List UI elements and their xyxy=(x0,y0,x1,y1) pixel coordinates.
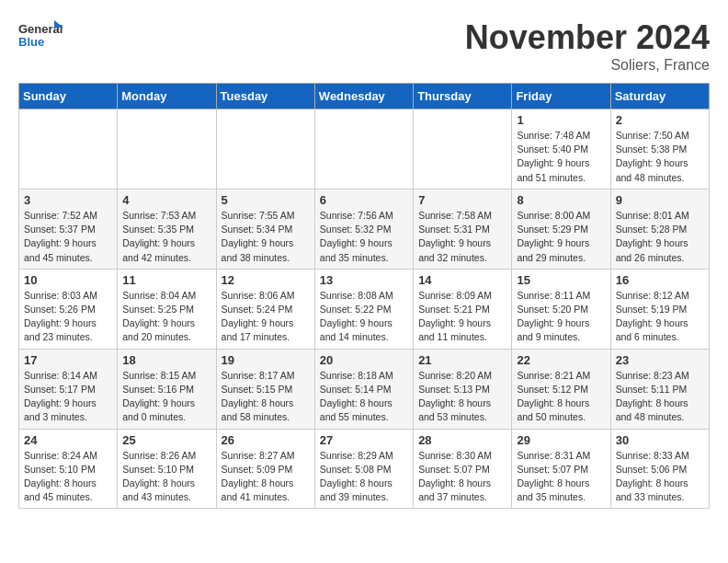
calendar-cell: 30Sunrise: 8:33 AMSunset: 5:06 PMDayligh… xyxy=(610,429,709,509)
day-info: Sunrise: 8:20 AMSunset: 5:13 PMDaylight:… xyxy=(418,369,506,425)
day-info: Sunrise: 7:55 AMSunset: 5:34 PMDaylight:… xyxy=(222,209,310,265)
day-info: Sunrise: 8:15 AMSunset: 5:16 PMDaylight:… xyxy=(122,369,210,425)
calendar-day-header: Wednesday xyxy=(314,84,413,109)
day-number: 8 xyxy=(517,193,605,207)
calendar-cell: 1Sunrise: 7:48 AMSunset: 5:40 PMDaylight… xyxy=(512,109,610,190)
day-info: Sunrise: 8:23 AMSunset: 5:11 PMDaylight:… xyxy=(616,369,704,425)
day-info: Sunrise: 7:58 AMSunset: 5:31 PMDaylight:… xyxy=(418,209,506,265)
calendar-cell: 17Sunrise: 8:14 AMSunset: 5:17 PMDayligh… xyxy=(19,349,118,429)
day-number: 4 xyxy=(122,193,210,207)
day-number: 29 xyxy=(517,433,605,447)
calendar-table: SundayMondayTuesdayWednesdayThursdayFrid… xyxy=(18,83,710,509)
calendar-cell: 25Sunrise: 8:26 AMSunset: 5:10 PMDayligh… xyxy=(118,429,216,509)
calendar-cell: 3Sunrise: 7:52 AMSunset: 5:37 PMDaylight… xyxy=(19,189,118,269)
logo-svg: General Blue xyxy=(18,18,64,57)
calendar-cell: 14Sunrise: 8:09 AMSunset: 5:21 PMDayligh… xyxy=(414,269,512,349)
day-number: 9 xyxy=(616,193,704,207)
day-info: Sunrise: 8:12 AMSunset: 5:19 PMDaylight:… xyxy=(616,289,704,345)
calendar-cell: 19Sunrise: 8:17 AMSunset: 5:15 PMDayligh… xyxy=(216,349,314,429)
header: General Blue November 2024 Soliers, Fran… xyxy=(18,18,710,74)
day-number: 25 xyxy=(122,433,210,447)
day-info: Sunrise: 7:52 AMSunset: 5:37 PMDaylight:… xyxy=(24,209,112,265)
day-info: Sunrise: 8:24 AMSunset: 5:10 PMDaylight:… xyxy=(24,449,112,505)
calendar-cell: 12Sunrise: 8:06 AMSunset: 5:24 PMDayligh… xyxy=(216,269,314,349)
day-info: Sunrise: 8:29 AMSunset: 5:08 PMDaylight:… xyxy=(320,449,408,505)
calendar-cell: 27Sunrise: 8:29 AMSunset: 5:08 PMDayligh… xyxy=(314,429,413,509)
svg-text:Blue: Blue xyxy=(18,35,44,49)
day-info: Sunrise: 7:50 AMSunset: 5:38 PMDaylight:… xyxy=(616,129,704,185)
day-info: Sunrise: 8:04 AMSunset: 5:25 PMDaylight:… xyxy=(122,289,210,345)
day-info: Sunrise: 8:08 AMSunset: 5:22 PMDaylight:… xyxy=(320,289,408,345)
day-info: Sunrise: 8:26 AMSunset: 5:10 PMDaylight:… xyxy=(122,449,210,505)
day-number: 28 xyxy=(418,433,506,447)
month-title: November 2024 xyxy=(465,18,710,57)
calendar-cell: 5Sunrise: 7:55 AMSunset: 5:34 PMDaylight… xyxy=(216,189,314,269)
calendar-cell: 8Sunrise: 8:00 AMSunset: 5:29 PMDaylight… xyxy=(512,189,610,269)
calendar-cell: 16Sunrise: 8:12 AMSunset: 5:19 PMDayligh… xyxy=(610,269,709,349)
day-info: Sunrise: 8:14 AMSunset: 5:17 PMDaylight:… xyxy=(24,369,112,425)
logo: General Blue xyxy=(18,18,64,57)
day-number: 23 xyxy=(616,353,704,367)
title-area: November 2024 Soliers, France xyxy=(465,18,710,74)
day-info: Sunrise: 8:31 AMSunset: 5:07 PMDaylight:… xyxy=(517,449,605,505)
calendar-day-header: Sunday xyxy=(19,84,118,109)
day-number: 11 xyxy=(122,273,210,287)
calendar-header-row: SundayMondayTuesdayWednesdayThursdayFrid… xyxy=(19,84,710,109)
calendar-day-header: Monday xyxy=(118,84,216,109)
day-info: Sunrise: 8:18 AMSunset: 5:14 PMDaylight:… xyxy=(320,369,408,425)
day-number: 20 xyxy=(320,353,408,367)
calendar-cell: 20Sunrise: 8:18 AMSunset: 5:14 PMDayligh… xyxy=(314,349,413,429)
day-info: Sunrise: 7:56 AMSunset: 5:32 PMDaylight:… xyxy=(320,209,408,265)
location: Soliers, France xyxy=(465,57,710,74)
calendar-cell xyxy=(414,109,512,190)
calendar-cell: 10Sunrise: 8:03 AMSunset: 5:26 PMDayligh… xyxy=(19,269,118,349)
day-info: Sunrise: 8:21 AMSunset: 5:12 PMDaylight:… xyxy=(517,369,605,425)
day-number: 30 xyxy=(616,433,704,447)
calendar-day-header: Thursday xyxy=(414,84,512,109)
day-info: Sunrise: 7:48 AMSunset: 5:40 PMDaylight:… xyxy=(517,129,605,185)
calendar-week-row: 1Sunrise: 7:48 AMSunset: 5:40 PMDaylight… xyxy=(19,109,710,190)
day-info: Sunrise: 7:53 AMSunset: 5:35 PMDaylight:… xyxy=(122,209,210,265)
day-number: 16 xyxy=(616,273,704,287)
calendar-cell: 21Sunrise: 8:20 AMSunset: 5:13 PMDayligh… xyxy=(414,349,512,429)
calendar-cell: 9Sunrise: 8:01 AMSunset: 5:28 PMDaylight… xyxy=(610,189,709,269)
calendar-week-row: 24Sunrise: 8:24 AMSunset: 5:10 PMDayligh… xyxy=(19,429,710,509)
calendar-week-row: 17Sunrise: 8:14 AMSunset: 5:17 PMDayligh… xyxy=(19,349,710,429)
calendar-cell: 7Sunrise: 7:58 AMSunset: 5:31 PMDaylight… xyxy=(414,189,512,269)
day-number: 10 xyxy=(24,273,112,287)
calendar-cell xyxy=(216,109,314,190)
calendar-cell: 22Sunrise: 8:21 AMSunset: 5:12 PMDayligh… xyxy=(512,349,610,429)
calendar-week-row: 3Sunrise: 7:52 AMSunset: 5:37 PMDaylight… xyxy=(19,189,710,269)
calendar-cell: 2Sunrise: 7:50 AMSunset: 5:38 PMDaylight… xyxy=(610,109,709,190)
day-info: Sunrise: 8:33 AMSunset: 5:06 PMDaylight:… xyxy=(616,449,704,505)
calendar-cell: 18Sunrise: 8:15 AMSunset: 5:16 PMDayligh… xyxy=(118,349,216,429)
day-number: 13 xyxy=(320,273,408,287)
day-number: 2 xyxy=(616,113,704,127)
day-number: 15 xyxy=(517,273,605,287)
day-info: Sunrise: 8:11 AMSunset: 5:20 PMDaylight:… xyxy=(517,289,605,345)
day-info: Sunrise: 8:09 AMSunset: 5:21 PMDaylight:… xyxy=(418,289,506,345)
day-info: Sunrise: 8:03 AMSunset: 5:26 PMDaylight:… xyxy=(24,289,112,345)
calendar-cell: 29Sunrise: 8:31 AMSunset: 5:07 PMDayligh… xyxy=(512,429,610,509)
calendar-cell: 4Sunrise: 7:53 AMSunset: 5:35 PMDaylight… xyxy=(118,189,216,269)
day-number: 26 xyxy=(222,433,310,447)
calendar-cell: 13Sunrise: 8:08 AMSunset: 5:22 PMDayligh… xyxy=(314,269,413,349)
calendar-cell xyxy=(118,109,216,190)
day-number: 19 xyxy=(222,353,310,367)
day-info: Sunrise: 8:00 AMSunset: 5:29 PMDaylight:… xyxy=(517,209,605,265)
day-number: 22 xyxy=(517,353,605,367)
day-number: 27 xyxy=(320,433,408,447)
calendar-cell: 15Sunrise: 8:11 AMSunset: 5:20 PMDayligh… xyxy=(512,269,610,349)
calendar-day-header: Saturday xyxy=(610,84,709,109)
calendar-cell xyxy=(314,109,413,190)
calendar-cell: 11Sunrise: 8:04 AMSunset: 5:25 PMDayligh… xyxy=(118,269,216,349)
calendar-day-header: Tuesday xyxy=(216,84,314,109)
day-info: Sunrise: 8:27 AMSunset: 5:09 PMDaylight:… xyxy=(222,449,310,505)
day-number: 1 xyxy=(517,113,605,127)
calendar-cell: 23Sunrise: 8:23 AMSunset: 5:11 PMDayligh… xyxy=(610,349,709,429)
day-number: 3 xyxy=(24,193,112,207)
day-number: 18 xyxy=(122,353,210,367)
day-number: 5 xyxy=(222,193,310,207)
calendar-day-header: Friday xyxy=(512,84,610,109)
day-number: 14 xyxy=(418,273,506,287)
